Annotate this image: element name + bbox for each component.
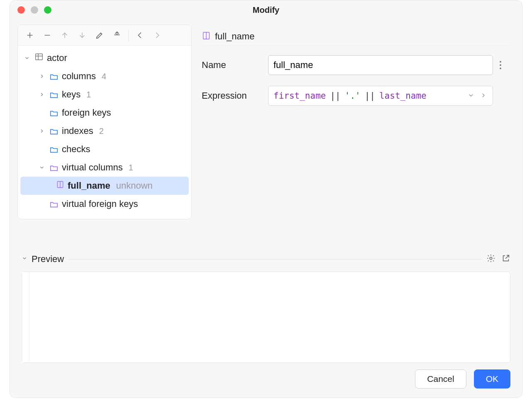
tree-node-virtual-column-item[interactable]: full_name unknown	[20, 177, 189, 195]
column-icon	[202, 31, 211, 42]
expression-label: Expression	[202, 90, 268, 101]
more-options-button[interactable]	[493, 61, 508, 70]
cancel-button[interactable]: Cancel	[415, 369, 466, 389]
expr-token: first_name	[273, 91, 326, 101]
tree-node-count: 1	[129, 163, 133, 172]
tree-node-checks[interactable]: checks	[18, 140, 191, 158]
editor-gutter	[22, 272, 29, 362]
remove-button[interactable]	[39, 27, 56, 43]
chevron-down-icon	[23, 55, 31, 61]
move-up-button[interactable]	[56, 27, 73, 43]
settings-icon[interactable]	[486, 254, 495, 265]
tree-toolbar	[18, 25, 191, 46]
window-title: Modify	[10, 5, 522, 15]
svg-point-5	[500, 68, 501, 69]
chevron-right-icon	[38, 128, 46, 134]
detail-tab-label: full_name	[215, 31, 254, 42]
tree-node-keys[interactable]: keys 1	[18, 85, 191, 104]
tree-node-count: 1	[86, 90, 91, 100]
detail-tab[interactable]: full_name	[202, 27, 508, 46]
tree-node-count: 4	[102, 72, 106, 81]
expr-token: '.'	[345, 91, 361, 101]
svg-point-6	[490, 257, 492, 260]
expr-token: ||	[327, 91, 344, 101]
chevron-down-icon	[22, 255, 27, 263]
folder-icon	[49, 127, 59, 135]
dialog-footer: Cancel OK	[10, 363, 522, 398]
tree-node-label: indexes	[62, 126, 93, 136]
chevron-down-icon	[38, 165, 46, 170]
chevron-down-icon[interactable]	[468, 91, 474, 101]
folder-icon	[49, 200, 59, 208]
tree-node-label: actor	[47, 53, 67, 63]
expr-token: last_name	[379, 91, 427, 101]
chevron-right-icon	[38, 73, 46, 79]
column-icon	[56, 180, 64, 191]
folder-icon	[49, 109, 59, 117]
tree-node-virtual-foreign-keys[interactable]: virtual foreign keys	[18, 195, 191, 213]
svg-rect-0	[36, 54, 43, 60]
table-icon	[34, 52, 44, 64]
tree-node-virtual-columns[interactable]: virtual columns 1	[18, 158, 191, 177]
ok-button[interactable]: OK	[474, 369, 510, 389]
preview-title: Preview	[32, 254, 64, 265]
folder-icon	[49, 90, 59, 99]
preview-header[interactable]: Preview	[22, 251, 510, 267]
tree-node-label: virtual columns	[62, 162, 123, 173]
edit-button[interactable]	[91, 27, 108, 43]
tree-node-table[interactable]: actor	[18, 49, 191, 67]
tree-item-type: unknown	[116, 180, 153, 191]
name-label: Name	[202, 60, 268, 70]
tree-node-foreign-keys[interactable]: foreign keys	[18, 104, 191, 122]
open-external-icon[interactable]	[501, 254, 510, 265]
expression-input[interactable]: first_name || '.' || last_name	[268, 86, 493, 106]
titlebar: Modify	[10, 0, 522, 19]
tree-node-label: keys	[62, 89, 81, 100]
structure-tree-panel: actor columns 4 keys 1	[17, 24, 192, 219]
move-down-button[interactable]	[73, 27, 91, 43]
svg-point-3	[500, 61, 501, 63]
svg-point-4	[500, 64, 501, 66]
expand-editor-icon[interactable]	[480, 91, 487, 101]
toolbar-separator	[128, 29, 129, 41]
tree-item-name: full_name	[68, 180, 110, 191]
folder-icon	[49, 163, 59, 172]
tree-node-indexes[interactable]: indexes 2	[18, 122, 191, 140]
name-input[interactable]	[268, 55, 493, 75]
tree-node-label: columns	[62, 71, 96, 82]
forward-button[interactable]	[149, 27, 166, 43]
folder-icon	[49, 72, 59, 80]
override-button[interactable]	[108, 27, 126, 43]
divider	[68, 259, 482, 260]
modify-dialog: Modify	[10, 0, 522, 398]
tree-node-label: checks	[62, 144, 90, 155]
tree-node-count: 2	[99, 126, 104, 136]
expr-token: ||	[361, 91, 378, 101]
tree-node-label: virtual foreign keys	[62, 199, 138, 209]
preview-editor[interactable]	[22, 272, 510, 363]
tree-node-columns[interactable]: columns 4	[18, 67, 191, 85]
tree-node-label: foreign keys	[62, 107, 111, 118]
chevron-right-icon	[38, 92, 46, 97]
back-button[interactable]	[131, 27, 149, 43]
folder-icon	[49, 145, 59, 153]
structure-tree: actor columns 4 keys 1	[18, 46, 191, 219]
add-button[interactable]	[21, 27, 39, 43]
